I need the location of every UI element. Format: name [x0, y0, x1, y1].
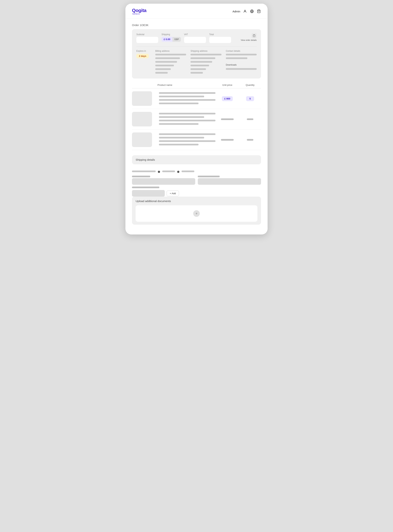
vat-label: VAT	[184, 33, 206, 36]
qty-skeleton-2	[247, 118, 253, 120]
subtotal-value	[136, 37, 158, 43]
contact-label: Contact details	[226, 50, 257, 52]
field-group-1	[132, 176, 195, 185]
header-right: Admin	[232, 9, 261, 14]
device-frame: Qogita Sellers Admin Order 1OE3K Subtota…	[125, 4, 268, 234]
field-group-2	[198, 176, 261, 185]
col-quantity: Quantity	[239, 84, 261, 86]
product-info-3	[157, 133, 216, 146]
expires-badge: 2 days	[136, 54, 149, 58]
user-icon[interactable]	[243, 9, 247, 14]
main-content: Order 1OE3K Subtotal Shipping £ 0.00 GBP…	[125, 18, 268, 234]
product-image-3	[132, 132, 152, 147]
vat-field: VAT	[184, 33, 206, 43]
shipping-details-card: Shipping details	[132, 155, 261, 164]
logo-subtitle: Sellers	[132, 13, 146, 15]
table-row	[132, 109, 261, 130]
view-order-area: View order details	[241, 33, 257, 41]
col-unit-price: Unit price	[216, 84, 239, 86]
field-row-1	[132, 176, 261, 185]
qty-skeleton-3	[247, 139, 253, 141]
track-dot-2	[177, 171, 179, 173]
col-image	[132, 84, 157, 86]
shipping-label: Shipping	[162, 33, 181, 36]
upload-section: Upload additional documents +	[132, 197, 261, 225]
product-info-1	[157, 92, 216, 105]
upload-plus-icon[interactable]: +	[193, 210, 200, 217]
qty-cell-3	[239, 139, 261, 141]
total-value	[209, 37, 231, 43]
expires-field: Expires in 2 days	[136, 50, 151, 58]
shipping-field: Shipping £ 0.00 GBP	[162, 33, 181, 42]
logo: Qogita	[132, 8, 146, 13]
products-section: Product name Unit price Quantity £ 900 5	[132, 84, 261, 150]
downloads-label: Downloads	[226, 63, 257, 66]
billing-field: Billing address	[155, 50, 186, 74]
price-cell-3	[216, 139, 239, 141]
product-info-2	[157, 113, 216, 126]
qty-cell-1: 5	[239, 96, 261, 101]
order-card: Subtotal Shipping £ 0.00 GBP VAT Total	[132, 29, 261, 78]
order-title: Order 1OE3K	[132, 24, 261, 27]
header: Qogita Sellers Admin	[125, 4, 268, 18]
track-dot-1	[158, 171, 160, 173]
product-image-2	[132, 112, 152, 126]
vat-value	[184, 37, 206, 43]
admin-label: Admin	[232, 10, 240, 13]
qty-cell-2	[239, 118, 261, 120]
price-cell-1: £ 900	[216, 96, 239, 101]
details-row: Expires in 2 days Billing address Shippi…	[136, 50, 257, 74]
price-cell-2	[216, 118, 239, 120]
shipping-value: £ 0.00 GBP	[162, 37, 181, 42]
add-row: + Add	[132, 190, 261, 197]
shipping-fields: + Add	[132, 168, 261, 197]
total-field: Total	[209, 33, 231, 43]
total-label: Total	[209, 33, 231, 36]
field-input-2[interactable]	[198, 178, 261, 185]
product-image-1	[132, 91, 152, 106]
table-header: Product name Unit price Quantity	[132, 84, 261, 88]
svg-point-0	[245, 10, 246, 11]
shipping-address-field: Shipping address	[191, 50, 221, 74]
globe-icon[interactable]	[250, 9, 254, 14]
price-skeleton-3	[221, 139, 234, 141]
shipping-details-title: Shipping details	[136, 158, 155, 161]
upload-area[interactable]: +	[136, 205, 257, 222]
price-badge-1: £ 900	[222, 96, 233, 101]
track-row	[132, 170, 261, 173]
view-order-icon[interactable]	[251, 33, 257, 38]
table-row: £ 900 5	[132, 88, 261, 109]
summary-row: Subtotal Shipping £ 0.00 GBP VAT Total	[136, 33, 257, 46]
shipping-amount: £ 0.00	[162, 37, 172, 42]
subtotal-label: Subtotal	[136, 33, 158, 36]
field-input-1[interactable]	[132, 178, 195, 185]
add-button[interactable]: + Add	[167, 191, 179, 196]
subtotal-field: Subtotal	[136, 33, 158, 43]
table-row	[132, 130, 261, 150]
price-skeleton-2	[221, 118, 234, 120]
qty-badge-1: 5	[246, 96, 254, 101]
cart-icon[interactable]	[257, 9, 261, 14]
col-product-name: Product name	[157, 84, 216, 86]
view-order-link[interactable]: View order details	[241, 39, 257, 41]
contact-field: Contact details Downloads	[226, 50, 257, 71]
shipping-address-label: Shipping address	[191, 50, 221, 52]
billing-label: Billing address	[155, 50, 186, 52]
expires-label: Expires in	[136, 50, 151, 52]
add-input[interactable]	[132, 190, 165, 197]
logo-area: Qogita Sellers	[132, 8, 146, 15]
upload-title: Upload additional documents	[136, 199, 171, 203]
shipping-currency: GBP	[172, 37, 181, 42]
